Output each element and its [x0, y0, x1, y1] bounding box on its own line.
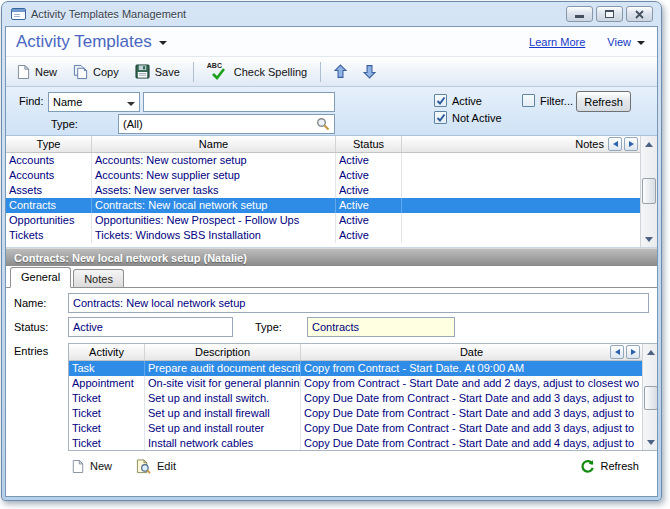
scroll-down-button[interactable] — [643, 434, 658, 450]
move-down-button[interactable] — [356, 61, 383, 82]
new-button-label: New — [35, 66, 57, 78]
scroll-columns-right-button[interactable] — [626, 345, 640, 359]
entry-row-selected[interactable]: Task Prepare audit document describi Cop… — [69, 361, 642, 376]
not-active-checkbox-label: Not Active — [452, 112, 502, 124]
save-button[interactable]: Save — [128, 61, 187, 82]
copy-button[interactable]: Copy — [66, 61, 126, 83]
scroll-columns-right-button[interactable] — [624, 137, 638, 151]
cell-date: Copy Due Date from Contract - Start Date… — [301, 391, 642, 406]
entry-row[interactable]: Ticket Set up and install router Copy Du… — [69, 421, 642, 436]
scroll-up-button[interactable] — [643, 344, 658, 360]
cell-activity: Ticket — [69, 436, 145, 450]
table-row[interactable]: Opportunities Opportunities: New Prospec… — [6, 213, 640, 228]
entry-edit-button[interactable]: Edit — [136, 459, 176, 474]
check-spelling-button[interactable]: ABC Check Spelling — [200, 60, 314, 83]
column-header-name[interactable]: Name — [92, 136, 336, 152]
entry-row[interactable]: Ticket Set up and install switch. Copy D… — [69, 391, 642, 406]
cell-description: Set up and install switch. — [145, 391, 301, 406]
triangle-right-icon — [629, 141, 634, 147]
templates-table-header[interactable]: Type Name Status Notes — [6, 136, 640, 153]
table-row[interactable]: Tickets Tickets: Windows SBS Installatio… — [6, 228, 640, 243]
table-row[interactable]: Accounts Accounts: New customer setup Ac… — [6, 153, 640, 168]
edit-icon — [136, 459, 151, 474]
cell-date: Copy Due Date from Contract - Start Date… — [301, 406, 642, 421]
entries-table: Activity Description Date Task Prepare a… — [68, 343, 658, 451]
table-row[interactable]: Assets Assets: New server tasks Active — [6, 183, 640, 198]
copy-icon — [73, 64, 88, 80]
entry-row[interactable]: Ticket Install network cables Copy Due D… — [69, 436, 642, 450]
entry-row[interactable]: Appointment On-site visit for general pl… — [69, 376, 642, 391]
main-toolbar: New Copy Save — [6, 57, 657, 87]
refresh-button-label: Refresh — [584, 96, 623, 108]
type-filter-input[interactable]: (All) — [118, 114, 335, 134]
column-header-type[interactable]: Type — [6, 136, 92, 152]
cell-description: Install network cables — [145, 436, 301, 450]
status-field-label: Status: — [14, 321, 68, 333]
active-checkbox[interactable]: Active — [434, 94, 482, 107]
type-field[interactable] — [307, 317, 455, 337]
scroll-columns-left-button[interactable] — [610, 345, 624, 359]
cell-date: Copy Due Date from Contract - Start Date… — [301, 436, 642, 450]
cell-name: Opportunities: New Prospect - Follow Ups — [92, 213, 336, 228]
column-header-description[interactable]: Description — [145, 344, 301, 360]
entries-refresh-button[interactable]: Refresh — [580, 459, 639, 474]
name-field[interactable] — [68, 293, 649, 313]
tab-general[interactable]: General — [10, 267, 71, 288]
close-button[interactable] — [626, 6, 653, 22]
check-spelling-label: Check Spelling — [234, 66, 307, 78]
column-header-notes[interactable]: Notes — [402, 136, 640, 152]
triangle-right-icon — [631, 349, 636, 355]
find-input[interactable] — [143, 92, 335, 112]
search-icon — [316, 117, 330, 131]
name-field-label: Name: — [14, 297, 68, 309]
maximize-icon — [605, 10, 614, 18]
status-field[interactable] — [68, 317, 233, 337]
cell-description: Set up and install router — [145, 421, 301, 436]
cell-type: Assets — [6, 183, 92, 198]
page-title-menu[interactable]: Activity Templates — [16, 32, 167, 52]
filter-checkbox[interactable]: Filter... — [522, 94, 573, 107]
not-active-checkbox[interactable]: Not Active — [434, 111, 502, 124]
scrollbar-thumb[interactable] — [644, 386, 658, 410]
new-document-icon — [72, 459, 84, 474]
page-header: Activity Templates Learn More View — [6, 27, 657, 57]
refresh-icon — [580, 459, 595, 474]
column-header-status[interactable]: Status — [336, 136, 402, 152]
cell-status: Active — [336, 228, 402, 243]
cell-status: Active — [336, 213, 402, 228]
cell-type: Opportunities — [6, 213, 92, 228]
spell-check-icon: ABC — [207, 63, 229, 80]
scrollbar-thumb[interactable] — [642, 178, 656, 204]
table-row[interactable]: Accounts Accounts: New supplier setup Ac… — [6, 168, 640, 183]
cell-type: Contracts — [6, 198, 92, 213]
table-row-selected[interactable]: Contracts Contracts: New local network s… — [6, 198, 640, 213]
move-up-button[interactable] — [327, 61, 354, 82]
arrow-up-icon — [334, 64, 347, 79]
view-menu[interactable]: View — [607, 36, 645, 48]
cell-notes — [402, 228, 640, 243]
column-header-date[interactable]: Date — [301, 344, 642, 360]
learn-more-link[interactable]: Learn More — [529, 36, 585, 48]
entry-new-button[interactable]: New — [72, 459, 112, 474]
column-header-activity[interactable]: Activity — [69, 344, 145, 360]
triangle-up-icon — [645, 142, 653, 147]
scroll-columns-left-button[interactable] — [608, 137, 622, 151]
refresh-button[interactable]: Refresh — [576, 91, 631, 112]
find-by-dropdown[interactable]: Name — [48, 92, 140, 112]
scroll-up-button[interactable] — [641, 136, 657, 152]
scroll-down-button[interactable] — [641, 231, 657, 247]
app-window: Activity Templates Management Activity T… — [1, 1, 662, 501]
window-icon — [11, 8, 26, 20]
entries-table-header[interactable]: Activity Description Date — [69, 344, 642, 361]
entry-edit-label: Edit — [157, 460, 176, 472]
minimize-button[interactable] — [566, 6, 593, 22]
templates-scrollbar[interactable] — [640, 136, 657, 247]
maximize-button[interactable] — [596, 6, 623, 22]
active-checkbox-label: Active — [452, 95, 482, 107]
new-button[interactable]: New — [10, 61, 64, 83]
titlebar[interactable]: Activity Templates Management — [5, 2, 658, 26]
entries-scrollbar[interactable] — [642, 344, 658, 450]
triangle-left-icon — [613, 141, 618, 147]
entry-row[interactable]: Ticket Set up and install firewall Copy … — [69, 406, 642, 421]
tab-notes[interactable]: Notes — [73, 269, 124, 287]
